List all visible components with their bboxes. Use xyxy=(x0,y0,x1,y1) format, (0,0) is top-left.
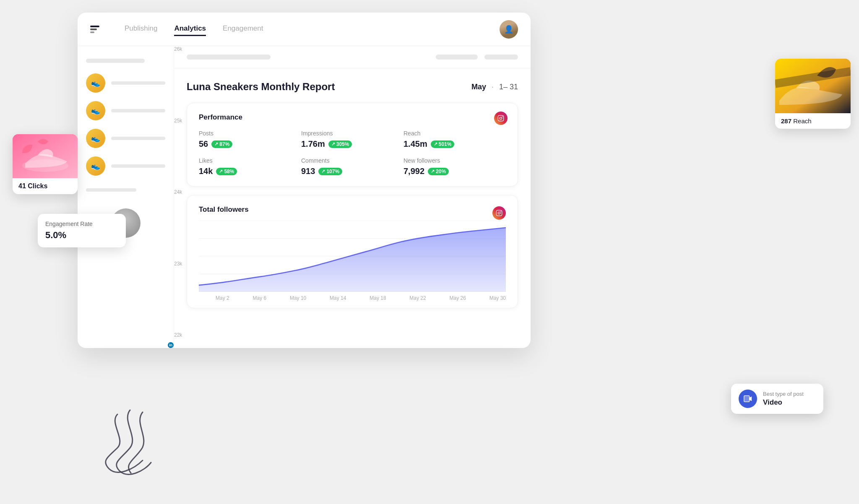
y-label-26k: 26k xyxy=(174,46,189,52)
svg-rect-15 xyxy=(744,396,750,402)
sidebar-item-linkedin[interactable]: 👟 in xyxy=(86,156,165,176)
logo[interactable] xyxy=(90,26,99,33)
metric-followers-label: New followers xyxy=(403,157,506,164)
engagement-value: 5.0% xyxy=(45,230,118,241)
metric-reach-label: Reach xyxy=(403,130,506,137)
sub-header xyxy=(174,46,531,68)
svg-point-1 xyxy=(500,117,502,119)
sub-bar-med xyxy=(436,55,478,60)
page-wrapper: Publishing Analytics Engagement 👤 👟 IG xyxy=(0,0,859,504)
chart-y-labels: 26k 25k 24k 23k 22k xyxy=(174,46,189,338)
metric-new-followers: New followers 7,992 20% xyxy=(403,157,506,176)
avatar[interactable]: 👤 xyxy=(500,20,518,39)
metric-reach-badge: 501% xyxy=(431,140,455,148)
date-range-values: 1– 31 xyxy=(499,83,518,91)
sidebar-account-bar-tw xyxy=(111,137,165,140)
reach-number: 287 xyxy=(781,117,791,125)
tab-analytics[interactable]: Analytics xyxy=(174,22,206,36)
svg-point-4 xyxy=(498,212,500,214)
reach-image-svg xyxy=(775,59,851,113)
main-content: Luna Sneakers Monthly Report May · 1– 31… xyxy=(174,46,531,348)
account-avatar-instagram: 👟 IG xyxy=(86,73,105,93)
x-label-may22: May 22 xyxy=(409,295,426,301)
nav-tabs: Publishing Analytics Engagement xyxy=(125,22,518,36)
x-label-may6: May 6 xyxy=(252,295,266,301)
sidebar: 👟 IG 👟 f 👟 xyxy=(78,46,174,348)
squiggle-decoration xyxy=(84,406,176,483)
metric-followers-row: 7,992 20% xyxy=(403,166,506,176)
sidebar-item-facebook[interactable]: 👟 f xyxy=(86,101,165,120)
x-label-may10: May 10 xyxy=(290,295,306,301)
metric-comments-value: 913 xyxy=(301,166,315,176)
metric-likes-badge: 58% xyxy=(216,168,237,175)
report-area: Luna Sneakers Monthly Report May · 1– 31… xyxy=(174,68,531,317)
metrics-grid: Posts 56 87% Impressions 1.76m 305% xyxy=(199,130,506,176)
metric-likes-label: Likes xyxy=(199,157,301,164)
sub-bar-short xyxy=(484,55,518,60)
sidebar-item-twitter[interactable]: 👟 t xyxy=(86,129,165,148)
metric-posts-badge: 87% xyxy=(211,140,232,148)
metric-comments-row: 913 107% xyxy=(301,166,403,176)
x-label-may18: May 18 xyxy=(370,295,386,301)
sidebar-item-instagram[interactable]: 👟 IG xyxy=(86,73,165,93)
logo-bar-3 xyxy=(90,31,94,33)
reach-label: 287 Reach xyxy=(775,113,851,129)
app-card: Publishing Analytics Engagement 👤 👟 IG xyxy=(78,13,531,348)
chart-body: 26k 25k 24k 23k 22k xyxy=(199,221,506,292)
reach-image-inner xyxy=(775,59,851,113)
metric-reach-row: 1.45m 501% xyxy=(403,139,506,149)
y-label-23k: 23k xyxy=(174,261,189,267)
performance-title: Performance xyxy=(199,113,506,122)
card-41-clicks[interactable]: 41 Clicks xyxy=(13,134,78,194)
sneaker-svg xyxy=(13,134,78,178)
reach-label-text: Reach xyxy=(793,117,811,125)
metric-reach: Reach 1.45m 501% xyxy=(403,130,506,149)
metric-impressions: Impressions 1.76m 305% xyxy=(301,130,403,149)
tab-publishing[interactable]: Publishing xyxy=(125,22,157,36)
date-range: May · 1– 31 xyxy=(471,83,518,91)
card-engagement[interactable]: Engagement Rate 5.0% xyxy=(38,214,126,247)
svg-rect-3 xyxy=(496,210,502,216)
y-label-22k: 22k xyxy=(174,332,189,338)
chart-card: Total followers 26k 25k xyxy=(187,195,518,308)
sidebar-bottom-bar xyxy=(86,188,136,192)
card-sneaker-image xyxy=(13,134,78,178)
date-month: May xyxy=(471,83,486,91)
card-reach[interactable]: 287 Reach xyxy=(775,59,851,129)
squiggle-svg xyxy=(84,406,176,481)
metric-impressions-value: 1.76m xyxy=(301,139,325,149)
chart-title: Total followers xyxy=(199,205,249,214)
account-avatar-linkedin: 👟 in xyxy=(86,156,105,176)
chart-x-labels: May 2 May 6 May 10 May 14 May 18 May 22 … xyxy=(199,292,506,308)
best-post-value: Video xyxy=(763,398,804,407)
performance-card: Performance Posts 56 xyxy=(187,103,518,187)
metric-posts-value: 56 xyxy=(199,139,208,149)
card-best-post[interactable]: Best type of post Video xyxy=(731,384,823,414)
svg-point-2 xyxy=(502,116,503,117)
metric-posts-row: 56 87% xyxy=(199,139,301,149)
metric-impressions-badge: 305% xyxy=(328,140,352,148)
card-image-area xyxy=(13,134,78,178)
sub-bar-long xyxy=(187,55,271,60)
chart-svg xyxy=(199,221,506,292)
chart-svg-wrapper xyxy=(199,221,506,292)
metric-likes: Likes 14k 58% xyxy=(199,157,301,176)
sidebar-loading-bar xyxy=(86,59,145,63)
best-post-label: Best type of post xyxy=(763,391,804,397)
tab-engagement[interactable]: Engagement xyxy=(223,22,263,36)
metric-posts: Posts 56 87% xyxy=(199,130,301,149)
y-label-24k: 24k xyxy=(174,189,189,195)
report-header: Luna Sneakers Monthly Report May · 1– 31 xyxy=(187,81,518,93)
metric-posts-label: Posts xyxy=(199,130,301,137)
metric-impressions-label: Impressions xyxy=(301,130,403,137)
date-dot: · xyxy=(492,83,496,91)
top-nav: Publishing Analytics Engagement 👤 xyxy=(78,13,531,46)
metric-comments-label: Comments xyxy=(301,157,403,164)
chart-area-fill xyxy=(199,228,506,292)
metric-likes-value: 14k xyxy=(199,166,213,176)
svg-point-5 xyxy=(500,211,501,212)
x-label-may2: May 2 xyxy=(216,295,229,301)
metric-comments: Comments 913 107% xyxy=(301,157,403,176)
metric-impressions-row: 1.76m 305% xyxy=(301,139,403,149)
instagram-icon xyxy=(494,112,508,125)
